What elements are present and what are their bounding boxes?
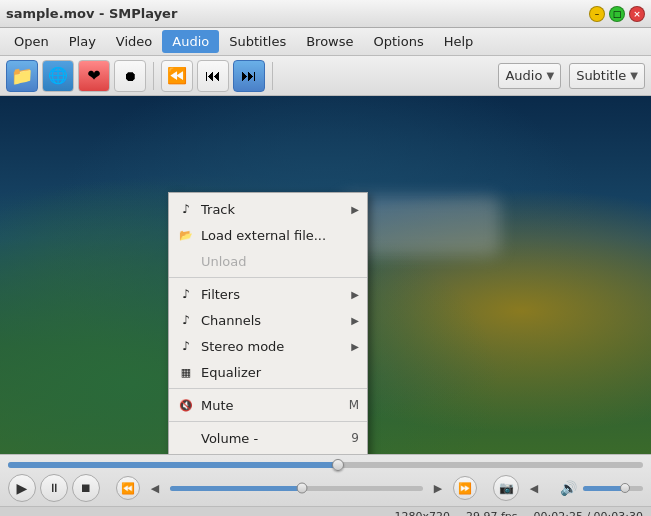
track-icon: ♪	[177, 200, 195, 218]
filters-icon: ♪	[177, 285, 195, 303]
volume-bar	[583, 486, 643, 491]
mute-label: Mute	[201, 398, 343, 413]
record-icon: ⏺	[123, 68, 137, 84]
channels-icon: ♪	[177, 311, 195, 329]
next-button[interactable]: ⏭	[233, 60, 265, 92]
audio-dropdown[interactable]: Audio ▼	[498, 63, 561, 89]
resolution-info: 1280x720	[394, 510, 450, 516]
audio-dropdown-arrow: ▼	[546, 70, 554, 81]
audio-menu-track[interactable]: ♪ Track ▶	[169, 196, 367, 222]
audio-menu-volume-plus[interactable]: Volume + 0	[169, 451, 367, 454]
seek-progress	[8, 462, 338, 468]
volume-minus-icon	[177, 429, 195, 447]
bottom-controls: ▶ ⏸ ⏹ ⏪ ◀ ▶ ⏩ 📷 ◀ 🔊	[0, 454, 651, 506]
audio-menu-unload: Unload	[169, 248, 367, 274]
stop-button[interactable]: ⏹	[72, 474, 100, 502]
audio-menu-sep-2	[169, 388, 367, 389]
audio-menu: ♪ Track ▶ 📂 Load external file... Unload…	[168, 192, 368, 454]
rewind-arrow-right[interactable]: ▶	[427, 477, 449, 499]
audio-menu-mute[interactable]: 🔇 Mute M	[169, 392, 367, 418]
extra-arrow-left[interactable]: ◀	[523, 477, 545, 499]
audio-menu-channels[interactable]: ♪ Channels ▶	[169, 307, 367, 333]
menu-options[interactable]: Options	[364, 30, 434, 53]
minimize-button[interactable]: –	[589, 6, 605, 22]
subtitle-dropdown-arrow: ▼	[630, 70, 638, 81]
video-area[interactable]: ♪ Track ▶ 📂 Load external file... Unload…	[0, 96, 651, 454]
title-bar: sample.mov - SMPlayer – □ ×	[0, 0, 651, 28]
filters-label: Filters	[201, 287, 345, 302]
rewind-button[interactable]: ⏪	[161, 60, 193, 92]
previous-icon: ⏮	[205, 66, 221, 85]
status-bar: 1280x720 29.97 fps 00:02:25 / 00:03:30	[0, 506, 651, 516]
seek-thumb[interactable]	[332, 459, 344, 471]
record-button[interactable]: ⏺	[114, 60, 146, 92]
play-button[interactable]: ▶	[8, 474, 36, 502]
track-submenu-arrow: ▶	[351, 204, 359, 215]
menu-help[interactable]: Help	[434, 30, 484, 53]
pause-button[interactable]: ⏸	[40, 474, 68, 502]
menu-bar: Open Play Video Audio Subtitles Browse O…	[0, 28, 651, 56]
window-controls: – □ ×	[589, 6, 645, 22]
minimize-icon: –	[595, 9, 600, 19]
maximize-icon: □	[613, 9, 622, 19]
close-icon: ×	[633, 9, 641, 19]
volume-minus-shortcut: 9	[351, 431, 359, 445]
audio-menu-load-external[interactable]: 📂 Load external file...	[169, 222, 367, 248]
volume-minus-label: Volume -	[201, 431, 345, 446]
forward-ctrl-button[interactable]: ⏩	[453, 476, 477, 500]
audio-menu-sep-3	[169, 421, 367, 422]
mute-icon: 🔇	[177, 396, 195, 414]
window-title: sample.mov - SMPlayer	[6, 6, 177, 21]
fps-info: 29.97 fps	[466, 510, 518, 516]
seek-bar-container	[8, 459, 643, 470]
previous-button[interactable]: ⏮	[197, 60, 229, 92]
subtitle-dropdown[interactable]: Subtitle ▼	[569, 63, 645, 89]
favorites-button[interactable]: ❤	[78, 60, 110, 92]
controls-row: ▶ ⏸ ⏹ ⏪ ◀ ▶ ⏩ 📷 ◀ 🔊	[8, 474, 643, 502]
small-seek-thumb[interactable]	[296, 483, 307, 494]
screenshot-button[interactable]: 📷	[493, 475, 519, 501]
menu-play[interactable]: Play	[59, 30, 106, 53]
small-seek-fill	[170, 486, 302, 491]
globe-icon: 🌐	[48, 66, 68, 85]
stereo-mode-icon: ♪	[177, 337, 195, 355]
volume-icon[interactable]: 🔊	[557, 477, 579, 499]
audio-menu-filters[interactable]: ♪ Filters ▶	[169, 281, 367, 307]
volume-thumb[interactable]	[620, 483, 630, 493]
equalizer-icon: ▦	[177, 363, 195, 381]
toolbar: 📁 🌐 ❤ ⏺ ⏪ ⏮ ⏭ Audio ▼ Subtitle ▼	[0, 56, 651, 96]
mute-shortcut: M	[349, 398, 359, 412]
track-label: Track	[201, 202, 345, 217]
toolbar-sep-1	[153, 62, 154, 90]
stereo-mode-submenu-arrow: ▶	[351, 341, 359, 352]
channels-label: Channels	[201, 313, 345, 328]
audio-menu-volume-minus[interactable]: Volume - 9	[169, 425, 367, 451]
maximize-button[interactable]: □	[609, 6, 625, 22]
small-seek[interactable]	[170, 486, 423, 491]
rewind-icon: ⏪	[167, 66, 187, 85]
menu-video[interactable]: Video	[106, 30, 162, 53]
volume-bar-container[interactable]	[583, 486, 643, 491]
menu-open[interactable]: Open	[4, 30, 59, 53]
time-info: 00:02:25 / 00:03:30	[533, 510, 643, 516]
seek-bar[interactable]	[8, 462, 643, 468]
menu-subtitles[interactable]: Subtitles	[219, 30, 296, 53]
subtitle-label: Subtitle	[576, 68, 626, 83]
rewind-ctrl-button[interactable]: ⏪	[116, 476, 140, 500]
audio-menu-sep-1	[169, 277, 367, 278]
volume-fill	[583, 486, 625, 491]
rewind-arrow-left[interactable]: ◀	[144, 477, 166, 499]
menu-audio[interactable]: Audio	[162, 30, 219, 53]
close-button[interactable]: ×	[629, 6, 645, 22]
load-external-label: Load external file...	[201, 228, 359, 243]
heart-icon: ❤	[87, 66, 100, 85]
open-url-button[interactable]: 🌐	[42, 60, 74, 92]
audio-menu-stereo-mode[interactable]: ♪ Stereo mode ▶	[169, 333, 367, 359]
unload-icon	[177, 252, 195, 270]
menu-browse[interactable]: Browse	[296, 30, 363, 53]
filters-submenu-arrow: ▶	[351, 289, 359, 300]
audio-menu-equalizer[interactable]: ▦ Equalizer	[169, 359, 367, 385]
unload-label: Unload	[201, 254, 359, 269]
open-button[interactable]: 📁	[6, 60, 38, 92]
channels-submenu-arrow: ▶	[351, 315, 359, 326]
